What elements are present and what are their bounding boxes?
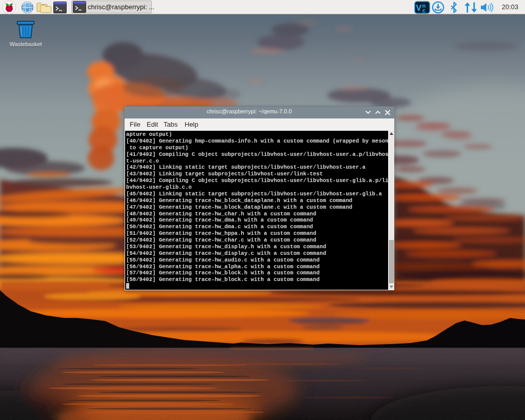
svg-text:c: c — [422, 7, 426, 13]
svg-text:V: V — [416, 3, 421, 12]
